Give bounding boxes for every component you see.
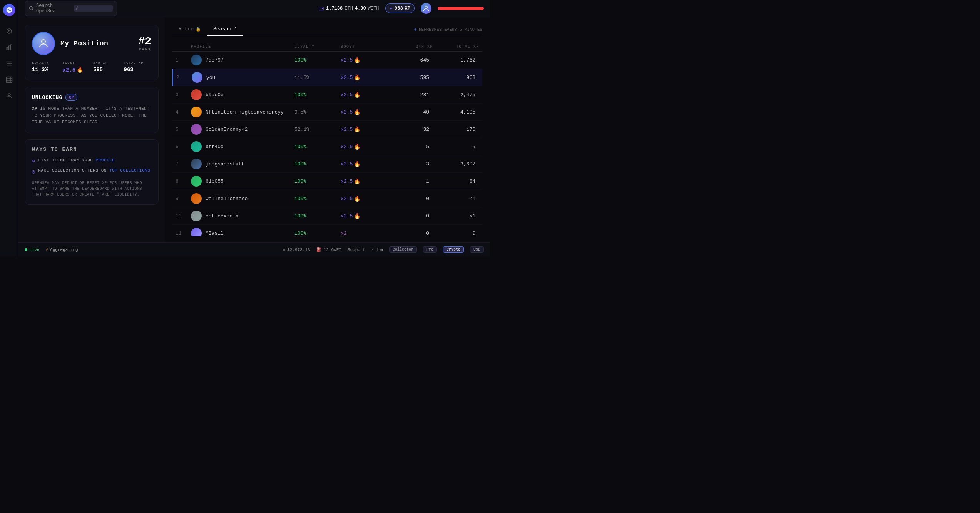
- table-row[interactable]: 8 61b055 100% x2.5 🔥 1 84: [172, 173, 482, 190]
- row-loyalty: 100%: [294, 57, 341, 63]
- row-total: 2,475: [433, 92, 479, 98]
- row-loyalty: 100%: [294, 161, 341, 167]
- total-xp-stat: TOTAL XP 963: [124, 61, 152, 73]
- collector-btn[interactable]: Collector: [389, 246, 417, 253]
- table-row[interactable]: 10 coffeexcoin 100% x2.5 🔥 0 <1: [172, 207, 482, 225]
- row-avatar: [191, 159, 202, 169]
- eth-price-value: $2,973.13: [287, 247, 310, 252]
- usd-btn[interactable]: USD: [470, 246, 484, 253]
- search-icon: [29, 6, 34, 11]
- moon-icon[interactable]: ☽: [376, 247, 379, 252]
- sidebar-item-profile[interactable]: [5, 92, 13, 100]
- eth-label: ETH: [345, 6, 353, 11]
- table-row[interactable]: 6 bff40c 100% x2.5 🔥 5 5: [172, 138, 482, 155]
- boost-flame-icon: 🔥: [354, 161, 360, 167]
- row-total: 84: [433, 179, 479, 184]
- col-total-header: TOTAL XP: [433, 45, 479, 49]
- svg-rect-18: [322, 8, 323, 9]
- col-profile-header: PROFILE: [191, 45, 294, 49]
- boost-flame-icon: 🔥: [354, 126, 360, 133]
- crypto-btn[interactable]: Crypto: [443, 246, 464, 253]
- total-label: TOTAL XP: [124, 61, 152, 65]
- table-row[interactable]: 2 you 11.3% x2.5 🔥 595 963: [172, 69, 482, 86]
- row-loyalty: 100%: [294, 231, 341, 236]
- sun-icon[interactable]: ☀: [371, 247, 374, 252]
- table-header: PROFILE LOYALTY BOOST 24H XP TOTAL XP: [172, 42, 482, 52]
- leaderboard-table: PROFILE LOYALTY BOOST 24H XP TOTAL XP 1 …: [172, 42, 482, 236]
- footer: Live ⚡ Aggregating ◈ $2,973.13 ⛽ 12 GWEI…: [18, 242, 490, 256]
- top-collections-link[interactable]: TOP COLLECTIONS: [109, 168, 151, 173]
- sidebar-item-leaderboard[interactable]: [5, 75, 13, 84]
- search-bar[interactable]: Search OpenSea /: [25, 1, 117, 16]
- table-row[interactable]: 9 wellhellothere 100% x2.5 🔥 0 <1: [172, 190, 482, 207]
- boost-flame-icon: 🔥: [354, 57, 360, 63]
- row-xp24h: 1: [387, 179, 433, 184]
- live-label: Live: [29, 247, 39, 252]
- row-name: bff40c: [206, 144, 224, 150]
- row-total: <1: [433, 213, 479, 219]
- sidebar-item-explore[interactable]: [5, 27, 13, 35]
- row-profile: 61b055: [191, 176, 294, 187]
- tab-season1[interactable]: Season 1: [207, 23, 243, 36]
- eth-symbol: ◈: [283, 247, 286, 252]
- clock-icon: ⊙: [414, 27, 417, 32]
- boost-cell: x2.5 🔥: [341, 74, 387, 81]
- warning-text: OPENSEA MAY DEDUCT OR RESET XP FOR USERS…: [32, 180, 151, 197]
- boost-cell: x2.5 🔥: [341, 213, 387, 219]
- left-panel: My Position #2 RANK LOYALTY 11.3% BOOST …: [18, 17, 165, 242]
- contrast-icon[interactable]: ◑: [380, 247, 383, 252]
- boost-cell: x2.5 🔥: [341, 161, 387, 167]
- footer-live: Live: [25, 247, 39, 252]
- row-avatar: [191, 124, 202, 135]
- row-rank: 9: [176, 196, 191, 202]
- row-loyalty: 100%: [294, 196, 341, 202]
- svg-point-1: [7, 29, 12, 33]
- row-profile: b9de0e: [191, 89, 294, 100]
- weth-label: WETH: [368, 6, 379, 11]
- table-row[interactable]: 7 jpegsandstuff 100% x2.5 🔥 3 3,692: [172, 155, 482, 173]
- sidebar-item-stats[interactable]: [5, 43, 13, 52]
- sidebar-logo[interactable]: [3, 4, 15, 16]
- user-avatar-large: [32, 32, 55, 55]
- row-xp24h: 32: [387, 127, 433, 132]
- row-xp24h: 645: [387, 57, 433, 63]
- aggregating-label: Aggregating: [50, 247, 78, 252]
- sidebar-item-activity[interactable]: [5, 59, 13, 68]
- header-progress-bar: [438, 7, 484, 10]
- row-total: 5: [433, 144, 479, 150]
- pro-btn[interactable]: Pro: [423, 246, 437, 253]
- row-profile: bff40c: [191, 141, 294, 152]
- table-row[interactable]: 11 MBasil 100% x2 0 0: [172, 225, 482, 236]
- row-avatar: [192, 72, 202, 83]
- row-loyalty: 100%: [294, 213, 341, 219]
- row-name: Nftinitcom_msgtosavemoneyy: [206, 109, 284, 115]
- gwei-item: ⛽ 12 GWEI: [316, 247, 341, 252]
- svg-rect-9: [6, 77, 12, 83]
- row-name: GoldenBronnyx2: [206, 127, 248, 132]
- row-profile: 7dc797: [191, 55, 294, 65]
- table-row[interactable]: 1 7dc797 100% x2.5 🔥 645 1,762: [172, 52, 482, 69]
- boost-cell: x2.5 🔥: [341, 144, 387, 150]
- tab-retro[interactable]: Retro 🔒: [172, 23, 207, 36]
- row-rank: 6: [176, 144, 191, 150]
- row-profile: wellhellothere: [191, 193, 294, 204]
- svg-rect-4: [8, 46, 10, 50]
- table-row[interactable]: 5 GoldenBronnyx2 52.1% x2.5 🔥 32 176: [172, 121, 482, 138]
- col-rank-header: [176, 45, 191, 49]
- profile-link[interactable]: PROFILE: [95, 158, 115, 162]
- user-avatar[interactable]: [421, 3, 431, 14]
- row-profile: Nftinitcom_msgtosavemoneyy: [191, 107, 294, 117]
- boost-cell: x2.5 🔥: [341, 178, 387, 185]
- row-name: coffeexcoin: [206, 213, 239, 219]
- row-loyalty: 9.5%: [294, 109, 341, 115]
- boost-flame-icon: 🔥: [354, 213, 360, 219]
- table-row[interactable]: 4 Nftinitcom_msgtosavemoneyy 9.5% x2.5 🔥…: [172, 104, 482, 121]
- row-profile: coffeexcoin: [191, 211, 294, 221]
- unlocking-description: XP IS MORE THAN A NUMBER — IT'S A TESTAM…: [32, 105, 151, 126]
- eth-stat: 1.7188 ETH 4.00 WETH: [319, 6, 379, 11]
- row-rank: 3: [176, 92, 191, 98]
- col-boost-header: BOOST: [341, 45, 387, 49]
- support-item[interactable]: Support: [348, 247, 365, 252]
- row-name: MBasil: [206, 231, 224, 236]
- table-row[interactable]: 3 b9de0e 100% x2.5 🔥 281 2,475: [172, 86, 482, 104]
